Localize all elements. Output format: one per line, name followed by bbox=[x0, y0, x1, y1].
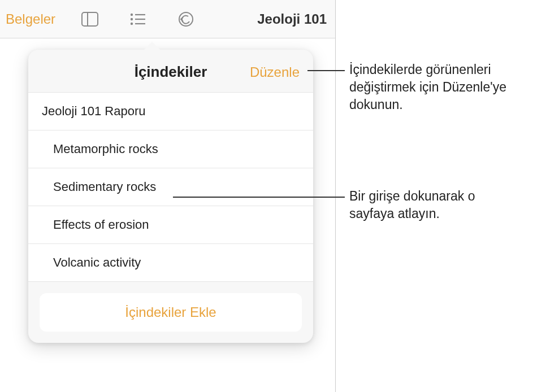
undo-icon[interactable] bbox=[177, 11, 194, 28]
popover-title: İçindekiler bbox=[135, 63, 207, 81]
app-frame: Belgeler Jeoloji 101 İçindekiler Düzenle… bbox=[0, 0, 336, 392]
document-title: Jeoloji 101 bbox=[257, 11, 327, 27]
back-button[interactable]: Belgeler bbox=[6, 11, 55, 27]
svg-point-2 bbox=[131, 13, 133, 15]
svg-rect-0 bbox=[82, 12, 98, 26]
edit-button[interactable]: Düzenle bbox=[250, 64, 300, 80]
insert-toc-button[interactable]: İçindekiler Ekle bbox=[40, 293, 302, 332]
back-label: Belgeler bbox=[6, 11, 55, 27]
popover-header: İçindekiler Düzenle bbox=[28, 50, 313, 92]
toc-menu-icon[interactable] bbox=[130, 13, 146, 25]
callout-line bbox=[173, 197, 345, 198]
svg-point-6 bbox=[131, 22, 133, 24]
callout-entry: Bir girişe dokunarak o sayfaya atlayın. bbox=[349, 188, 519, 223]
toc-item[interactable]: Metamorphic rocks bbox=[28, 130, 313, 168]
panel-toggle-icon[interactable] bbox=[81, 12, 98, 27]
toc-item[interactable]: Effects of erosion bbox=[28, 206, 313, 244]
toc-list: Jeoloji 101 Raporu Metamorphic rocks Sed… bbox=[28, 92, 313, 282]
toc-item[interactable]: Jeoloji 101 Raporu bbox=[28, 92, 313, 130]
svg-point-4 bbox=[131, 18, 133, 20]
toc-item[interactable]: Sedimentary rocks bbox=[28, 168, 313, 206]
toolbar: Belgeler Jeoloji 101 bbox=[0, 0, 336, 38]
toc-item[interactable]: Volcanic activity bbox=[28, 244, 313, 282]
callout-line bbox=[307, 70, 345, 71]
callout-edit: İçindekilerde görünenleri değiştirmek iç… bbox=[349, 61, 536, 114]
